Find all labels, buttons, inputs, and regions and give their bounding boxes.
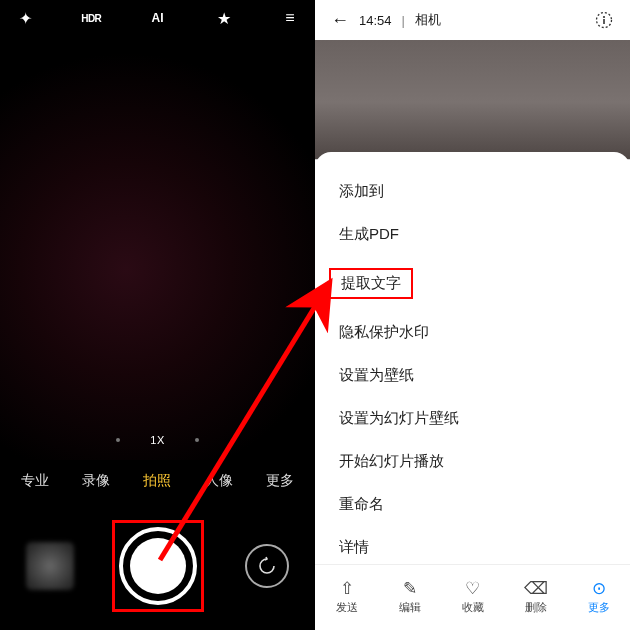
- gallery-thumbnail[interactable]: [26, 542, 74, 590]
- sheet-item-generate-pdf[interactable]: 生成PDF: [315, 213, 630, 256]
- camera-pane: ✦ HDR AI ★ ≡ 1X 专业 录像 拍照 人像 更多: [0, 0, 315, 630]
- zoom-wide-icon[interactable]: [116, 438, 120, 442]
- shutter-inner-icon: [130, 538, 186, 594]
- mode-portrait[interactable]: 人像: [202, 472, 236, 490]
- send-icon: ⇧: [340, 580, 354, 597]
- mode-more[interactable]: 更多: [263, 472, 297, 490]
- zoom-level[interactable]: 1X: [150, 434, 164, 446]
- sheet-item-watermark[interactable]: 隐私保护水印: [315, 311, 630, 354]
- hdr-icon[interactable]: HDR: [80, 13, 102, 24]
- switch-camera-icon: [257, 556, 277, 576]
- ai-icon[interactable]: AI: [147, 11, 169, 25]
- back-icon[interactable]: ←: [331, 10, 349, 31]
- switch-camera-button[interactable]: [245, 544, 289, 588]
- zoom-controls: 1X: [0, 434, 315, 446]
- zoom-tele-icon[interactable]: [195, 438, 199, 442]
- mode-pro[interactable]: 专业: [18, 472, 52, 490]
- heart-icon: ♡: [465, 580, 480, 597]
- camera-top-bar: ✦ HDR AI ★ ≡: [0, 0, 315, 36]
- sheet-item-wallpaper[interactable]: 设置为壁纸: [315, 354, 630, 397]
- viewfinder[interactable]: 1X: [0, 36, 315, 460]
- bottom-edit[interactable]: ✎ 编辑: [385, 580, 435, 615]
- bottom-more[interactable]: ⊙ 更多: [574, 580, 624, 615]
- image-preview[interactable]: [315, 40, 630, 160]
- info-icon[interactable]: [594, 10, 614, 30]
- header-source: 相机: [415, 11, 441, 29]
- highlight-box-extract-text: 提取文字: [329, 268, 413, 299]
- mode-video[interactable]: 录像: [79, 472, 113, 490]
- bottom-label: 编辑: [399, 600, 421, 615]
- camera-bottom-bar: [0, 502, 315, 630]
- sheet-item-add-to[interactable]: 添加到: [315, 170, 630, 213]
- shutter-button[interactable]: [119, 527, 197, 605]
- header-time: 14:54: [359, 13, 392, 28]
- header-divider: |: [402, 13, 405, 28]
- bottom-label: 删除: [525, 600, 547, 615]
- edit-icon: ✎: [403, 580, 417, 597]
- svg-point-1: [603, 16, 605, 18]
- svg-rect-2: [603, 19, 605, 24]
- gallery-header: ← 14:54 | 相机: [315, 0, 630, 40]
- sheet-item-details[interactable]: 详情: [315, 526, 630, 564]
- bottom-send[interactable]: ⇧ 发送: [322, 580, 372, 615]
- gallery-pane: ← 14:54 | 相机 添加到 生成PDF 提取文字 隐私保护水印 设置为壁纸…: [315, 0, 630, 630]
- mode-selector[interactable]: 专业 录像 拍照 人像 更多: [0, 460, 315, 502]
- bottom-label: 更多: [588, 600, 610, 615]
- sheet-item-rename[interactable]: 重命名: [315, 483, 630, 526]
- filter-icon[interactable]: ★: [213, 9, 235, 28]
- trash-icon: ⌫: [524, 580, 548, 597]
- flash-icon[interactable]: ✦: [14, 9, 36, 28]
- bottom-delete[interactable]: ⌫ 删除: [511, 580, 561, 615]
- sheet-item-extract-text[interactable]: 提取文字: [315, 256, 630, 311]
- more-icon: ⊙: [592, 580, 606, 597]
- bottom-favorite[interactable]: ♡ 收藏: [448, 580, 498, 615]
- mode-photo[interactable]: 拍照: [140, 472, 174, 490]
- action-sheet: 添加到 生成PDF 提取文字 隐私保护水印 设置为壁纸 设置为幻灯片壁纸 开始幻…: [315, 152, 630, 564]
- menu-icon[interactable]: ≡: [279, 9, 301, 27]
- sheet-item-start-slideshow[interactable]: 开始幻灯片播放: [315, 440, 630, 483]
- bottom-label: 发送: [336, 600, 358, 615]
- bottom-label: 收藏: [462, 600, 484, 615]
- gallery-bottom-bar: ⇧ 发送 ✎ 编辑 ♡ 收藏 ⌫ 删除 ⊙ 更多: [315, 564, 630, 630]
- sheet-item-slideshow-wallpaper[interactable]: 设置为幻灯片壁纸: [315, 397, 630, 440]
